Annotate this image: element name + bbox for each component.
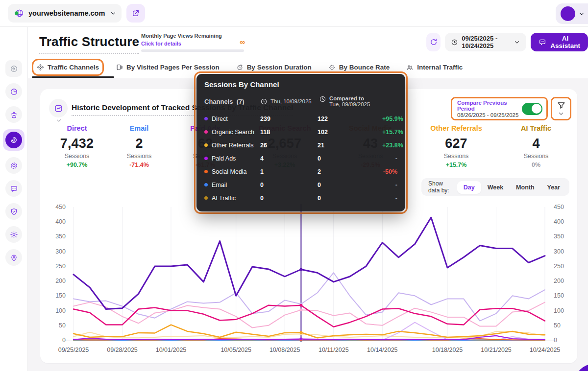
tooltip-row-email: Email00- — [204, 178, 397, 191]
active-tab-underline — [32, 76, 114, 78]
chevron-down-icon — [55, 117, 62, 124]
external-link-icon — [131, 9, 140, 18]
chevron-down-icon — [514, 39, 520, 46]
sidebar-item-shopping-bag[interactable] — [5, 106, 22, 123]
tooltip-current-value: 239 — [260, 116, 318, 122]
monthly-details-link[interactable]: Click for details — [141, 41, 181, 46]
app-root: yourwebsitename.com Traffic Structure Mo… — [0, 0, 588, 371]
tooltip-row-organic-search: Organic Search118102+15.7% — [204, 125, 397, 139]
svg-text:10/14/2025: 10/14/2025 — [367, 347, 398, 353]
sidebar-item-pie-chart[interactable] — [5, 83, 22, 100]
collapse-arrow-icon — [10, 65, 18, 73]
stat-ai-traffic: AI Traffic4Sessions0% — [494, 124, 578, 168]
tooltip-channels-count: Channels (7) — [204, 98, 260, 105]
show-data-label: Show data by: — [428, 180, 453, 194]
stat-label: Other Referrals — [415, 124, 498, 132]
gear-icon — [10, 231, 18, 239]
sessions-line-chart[interactable]: 0501001502002503003504004500501001502002… — [40, 198, 577, 360]
svg-text:300: 300 — [55, 248, 66, 255]
channel-color-dot — [204, 170, 208, 173]
compare-previous-period: Compare Previous Period 08/26/2025 - 09/… — [452, 98, 546, 119]
sidebar-item-chat-dots[interactable] — [5, 180, 22, 197]
tooltip-previous-value: 21 — [318, 142, 382, 149]
session-duration-icon — [236, 64, 244, 71]
open-website-button[interactable] — [126, 4, 145, 23]
chart-tooltip: Sessions By Channel Channels (7) Thu, 10… — [196, 74, 405, 211]
stat-value: 4 — [494, 136, 578, 151]
chat-dots-icon — [10, 185, 18, 193]
tab-label: By Bounce Rate — [339, 64, 390, 71]
chart-type-button[interactable] — [49, 99, 68, 117]
tooltip-compared-date: Compared toTue, 09/09/2025 — [319, 95, 397, 107]
svg-text:150: 150 — [55, 292, 66, 299]
topbar: yourwebsitename.com — [0, 0, 588, 27]
tooltip-annotation-box: Sessions By Channel Channels (7) Thu, 10… — [194, 71, 408, 214]
compare-annotation-box: Compare Previous Period 08/26/2025 - 09/… — [451, 97, 548, 120]
svg-text:450: 450 — [554, 204, 564, 210]
clock-icon — [260, 98, 268, 105]
compare-label: Compare Previous Period — [457, 100, 522, 112]
svg-text:100: 100 — [554, 307, 564, 314]
infinity-value: ∞ — [240, 38, 245, 46]
tab-by-session-duration[interactable]: By Session Duration — [236, 64, 312, 71]
tooltip-header: Channels (7) Thu, 10/09/2025 Compared to… — [204, 95, 397, 107]
sidebar-item-collapse-arrow[interactable] — [5, 60, 22, 77]
toggle-knob — [532, 104, 541, 114]
hover-marker — [299, 204, 302, 342]
header-actions: 09/25/2025 - 10/24/2025 AI Assistant — [426, 33, 588, 51]
page-header: Traffic Structure Monthly Page Views Rem… — [28, 27, 588, 78]
compare-toggle[interactable] — [522, 103, 542, 115]
ai-assistant-button[interactable]: AI Assistant — [531, 33, 588, 51]
svg-text:200: 200 — [554, 278, 564, 284]
sidebar-item-focus-target[interactable] — [5, 157, 22, 174]
granularity-year[interactable]: Year — [541, 181, 566, 194]
svg-text:09/28/2025: 09/28/2025 — [107, 347, 138, 353]
svg-text:10/18/2025: 10/18/2025 — [432, 347, 463, 353]
funnel-icon — [557, 101, 566, 110]
avatar — [561, 6, 575, 21]
account-menu[interactable] — [556, 3, 588, 24]
sidebar-item-shield-check[interactable] — [5, 203, 22, 220]
tab-by-visited-pages-per-session[interactable]: By Visited Pages Per Session — [116, 64, 220, 71]
page-views-progress — [141, 49, 244, 52]
sidebar-item-location-pin[interactable] — [5, 249, 22, 266]
filter-annotation-box — [551, 97, 571, 120]
series-direct-previous- — [74, 273, 545, 321]
tooltip-current-date: Thu, 10/09/2025 — [260, 98, 319, 105]
granularity-week[interactable]: Week — [481, 181, 510, 194]
x-axis: 09/25/202509/28/202510/01/202510/05/2025… — [58, 347, 561, 353]
granularity-day[interactable]: Day — [457, 181, 481, 194]
refresh-button[interactable] — [426, 33, 441, 51]
tooltip-title: Sessions By Channel — [204, 80, 397, 89]
granularity-month[interactable]: Month — [510, 181, 540, 194]
tooltip-channel-name: Paid Ads — [204, 155, 260, 162]
tooltip-change: +23.8% — [382, 142, 403, 149]
sidebar-item-radar[interactable] — [3, 129, 24, 151]
clock-icon — [451, 39, 458, 46]
clock-icon — [319, 95, 326, 103]
sidebar-item-gear[interactable] — [5, 226, 22, 243]
tooltip-row-other-referrals: Other Referrals2621+23.8% — [204, 139, 397, 152]
svg-text:400: 400 — [55, 218, 66, 225]
tab-internal-traffic[interactable]: Internal Traffic — [406, 64, 463, 71]
svg-text:50: 50 — [554, 322, 561, 329]
series-direct — [74, 217, 545, 309]
share-nodes-icon — [37, 64, 44, 71]
website-name: yourwebsitename.com — [28, 9, 105, 17]
monthly-label: Monthly Page Views Remaining — [141, 33, 245, 39]
tab-traffic-channels[interactable]: Traffic Channels — [37, 64, 99, 71]
bounce-rate-icon — [328, 64, 336, 71]
date-range-picker[interactable]: 09/25/2025 - 10/24/2025 — [445, 33, 526, 51]
tooltip-current-value: 118 — [260, 129, 318, 136]
channel-color-dot — [204, 130, 208, 134]
svg-text:10/24/2025: 10/24/2025 — [530, 347, 561, 353]
svg-text:350: 350 — [55, 233, 66, 240]
svg-text:450: 450 — [55, 204, 66, 210]
svg-text:50: 50 — [59, 322, 66, 329]
filter-button[interactable] — [552, 98, 570, 119]
website-selector[interactable]: yourwebsitename.com — [8, 4, 122, 23]
tab-by-bounce-rate[interactable]: By Bounce Rate — [328, 64, 390, 71]
tab-label: Traffic Channels — [48, 64, 99, 71]
focus-target-icon — [10, 162, 18, 170]
tooltip-current-value: 26 — [260, 142, 318, 149]
